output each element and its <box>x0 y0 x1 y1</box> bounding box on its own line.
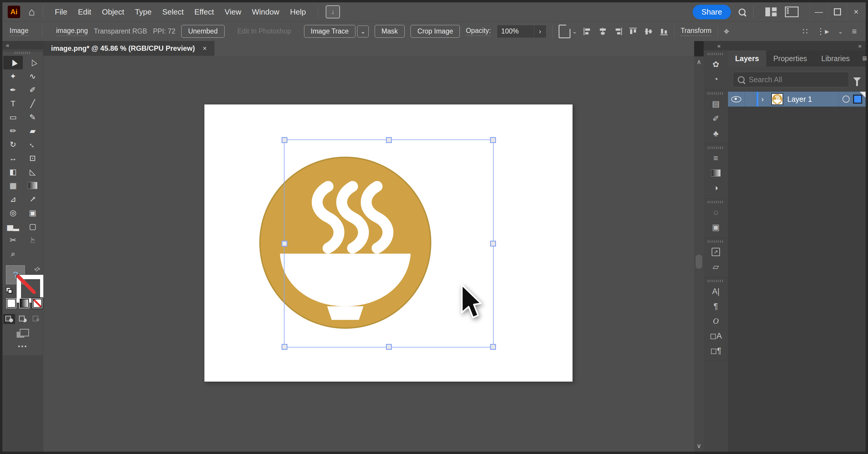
touch-workspace-icon[interactable]: ↓ <box>326 5 340 19</box>
image-trace-dropdown-icon[interactable]: ⌄ <box>357 26 369 37</box>
eyedropper-tool[interactable]: ⊸ <box>23 192 42 206</box>
menu-window[interactable]: Window <box>248 4 283 20</box>
tab-layers[interactable]: Layers <box>728 51 766 66</box>
chevron-down-icon[interactable]: ⌄ <box>838 28 843 35</box>
collapse-toolbar-icon[interactable]: « <box>2 41 43 49</box>
collapse-panels-icon[interactable]: « <box>717 42 720 49</box>
pencil-tool[interactable]: ✏ <box>3 124 23 138</box>
hand-tool[interactable]: ☞ <box>23 233 42 247</box>
align-left-icon[interactable] <box>583 27 592 36</box>
unembed-button[interactable]: Unembed <box>181 25 224 38</box>
free-transform-tool[interactable]: ⊡ <box>23 151 42 165</box>
artboard-dropdown[interactable]: ⌄ <box>559 25 577 38</box>
transform-label[interactable]: Transform <box>681 27 711 36</box>
menu-help[interactable]: Help <box>286 4 310 20</box>
panel-menu-icon[interactable]: ≡ <box>852 27 857 36</box>
selection-handle[interactable] <box>281 241 287 247</box>
pen-tool[interactable]: ✒ <box>3 83 23 97</box>
selection-handle[interactable] <box>386 344 392 350</box>
image-anchor-label[interactable]: Image <box>9 27 29 36</box>
direct-selection-tool[interactable]: ▷ <box>23 56 42 69</box>
home-icon[interactable]: ⌂ <box>29 6 35 18</box>
appearance-panel-icon[interactable]: ◌ <box>704 205 728 220</box>
default-fill-stroke-icon[interactable] <box>6 287 12 294</box>
zoom-tool[interactable]: ⌕ <box>3 247 23 261</box>
selection-handle[interactable] <box>490 241 496 247</box>
blend-tool[interactable]: ◎ <box>3 206 23 219</box>
filename-label[interactable]: image.png <box>56 27 88 36</box>
eraser-tool[interactable]: ▰ <box>23 124 42 138</box>
line-segment-tool[interactable]: ╱ <box>23 97 42 111</box>
gradient-button[interactable] <box>19 297 30 309</box>
panel-menu-icon[interactable]: ≡ <box>857 51 868 66</box>
edit-toolbar-icon[interactable]: ••• <box>3 343 43 350</box>
scale-tool[interactable]: ↔ <box>23 138 42 151</box>
close-button[interactable]: × <box>847 2 866 21</box>
character-styles-panel-icon[interactable]: ◻A <box>704 329 728 343</box>
draw-normal-button[interactable] <box>3 314 15 324</box>
filter-icon[interactable] <box>853 78 861 82</box>
align-top-icon[interactable] <box>629 27 638 36</box>
canvas-vertical-scrollbar[interactable]: ∧ ∨ <box>694 56 704 452</box>
share-button[interactable]: Share <box>693 5 731 19</box>
search-icon[interactable] <box>739 9 745 16</box>
crop-image-button[interactable]: Crop Image <box>410 25 460 38</box>
transparency-panel-icon[interactable]: ◑ <box>704 180 728 195</box>
mesh-tool[interactable]: ▦ <box>3 179 23 192</box>
scroll-up-icon[interactable]: ∧ <box>694 58 704 66</box>
close-tab-icon[interactable]: × <box>203 44 207 53</box>
symbol-sprayer-tool[interactable]: ▣ <box>23 206 42 219</box>
scrollbar-thumb[interactable] <box>695 254 702 269</box>
type-tool[interactable]: T <box>3 97 23 111</box>
align-bottom-icon[interactable] <box>659 27 669 36</box>
workspace-grid-icon[interactable]: ∷ <box>802 26 808 36</box>
panel-gripper[interactable] <box>708 53 724 55</box>
selection-handle[interactable] <box>490 344 496 350</box>
tab-libraries[interactable]: Libraries <box>814 51 857 66</box>
panel-gripper[interactable] <box>708 92 724 95</box>
panel-gripper[interactable] <box>708 240 724 243</box>
column-graph-tool[interactable]: ▅▂ <box>3 219 23 233</box>
document-tab[interactable]: image.png* @ 45.86 % (RGB/CPU Preview) × <box>43 41 215 56</box>
change-screen-mode-icon[interactable] <box>17 329 29 338</box>
layer-thumbnail[interactable] <box>771 93 783 105</box>
menu-effect[interactable]: Effect <box>190 4 218 20</box>
artboards-panel-icon[interactable]: ▱ <box>704 259 728 274</box>
opentype-panel-icon[interactable]: O <box>704 314 728 329</box>
menu-view[interactable]: View <box>220 4 245 20</box>
menu-file[interactable]: File <box>51 4 71 20</box>
layer-row[interactable]: › Layer 1 <box>728 91 866 107</box>
canvas[interactable] <box>43 56 694 452</box>
none-button[interactable] <box>31 297 43 309</box>
lasso-tool[interactable]: ∿ <box>23 69 42 83</box>
menu-select[interactable]: Select <box>158 4 188 20</box>
opacity-label[interactable]: Opacity: <box>466 27 491 36</box>
opacity-input[interactable]: 100% <box>497 25 534 38</box>
minimize-button[interactable]: — <box>810 2 828 21</box>
slice-tool[interactable]: ✂ <box>3 233 23 247</box>
rectangle-tool[interactable]: ▭ <box>3 111 23 124</box>
swatches-panel-icon[interactable]: ▤ <box>704 96 728 111</box>
artboard-tool[interactable]: ▢ <box>23 219 42 233</box>
shape-builder-tool[interactable]: ◧ <box>3 165 23 179</box>
search-input[interactable]: Search All <box>733 72 849 87</box>
lock-toggle[interactable] <box>745 92 756 107</box>
panel-gripper[interactable] <box>708 147 724 149</box>
expand-panels-icon[interactable]: » <box>858 42 862 49</box>
snap-options-icon[interactable]: ⋮▸ <box>817 26 829 36</box>
image-trace-button[interactable]: Image Trace <box>304 25 356 38</box>
paragraph-panel-icon[interactable]: ¶ <box>704 299 728 314</box>
workspace-switcher-icon[interactable] <box>785 6 799 17</box>
color-panel-icon[interactable]: ✿ <box>704 57 728 72</box>
visibility-toggle[interactable] <box>728 92 745 107</box>
color-button[interactable] <box>5 297 17 309</box>
width-tool[interactable]: ↔ <box>3 151 23 165</box>
selection-handle[interactable] <box>386 137 392 143</box>
menu-type[interactable]: Type <box>131 4 156 20</box>
expand-layer-icon[interactable]: › <box>761 95 770 104</box>
export-panel-icon[interactable]: ↗ <box>704 244 728 259</box>
measure-tool[interactable]: ⊿ <box>3 192 23 206</box>
swap-fill-stroke-icon[interactable]: ⇆ <box>32 264 41 274</box>
rotate-tool[interactable]: ↻ <box>3 138 23 151</box>
graphic-styles-panel-icon[interactable]: ▣ <box>704 220 728 235</box>
